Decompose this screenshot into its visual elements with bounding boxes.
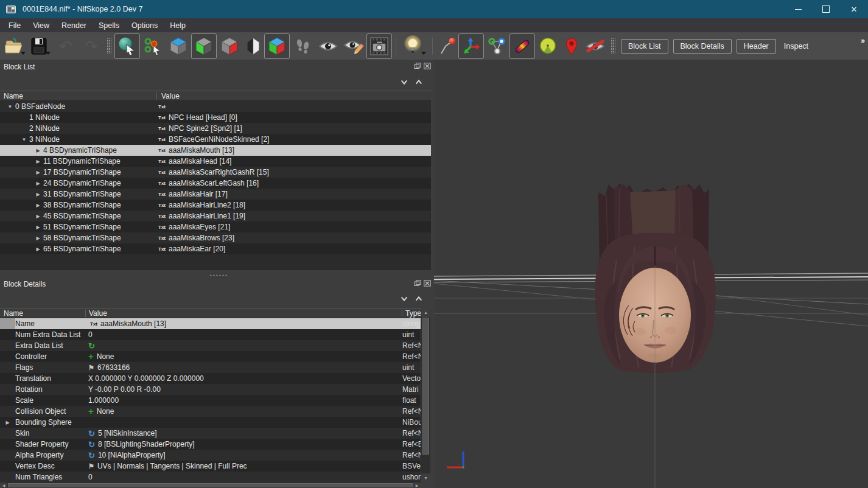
- expander-closed-icon[interactable]: ▶: [33, 214, 43, 219]
- column-header-value[interactable]: Value: [161, 92, 180, 100]
- menu-render[interactable]: Render: [55, 19, 93, 32]
- expander-closed-icon[interactable]: ▶: [0, 417, 15, 428]
- tree-row[interactable]: ▶51 BSDynamicTriShapeTxtaaaMiskaEyes [21…: [0, 221, 431, 232]
- tree-row[interactable]: ▶4 BSDynamicTriShapeTxtaaaMiskaMouth [13…: [0, 145, 431, 156]
- header-toggle-button[interactable]: Header: [737, 39, 776, 54]
- menu-help[interactable]: Help: [164, 19, 192, 32]
- show-axes-button[interactable]: [458, 33, 484, 59]
- expander-closed-icon[interactable]: ▶: [33, 148, 43, 153]
- details-row[interactable]: Alpha Property↻10 [NiAlphaProperty]Ref<N: [0, 450, 421, 461]
- details-vertical-scrollbar[interactable]: ▲ ▼: [421, 308, 430, 483]
- head-model[interactable]: [595, 183, 715, 373]
- details-row[interactable]: Flags⚑67633166uint: [0, 362, 421, 373]
- lighting-button[interactable]: [400, 33, 425, 59]
- view-top-button[interactable]: [166, 33, 191, 59]
- float-panel-icon[interactable]: [414, 280, 421, 287]
- tree-row[interactable]: ▶58 BSDynamicTriShapeTxtaaaMiskaBrows [2…: [0, 232, 431, 243]
- maximize-button[interactable]: [812, 0, 840, 18]
- tree-row[interactable]: ▶17 BSDynamicTriShapeTxtaaaMiskaScarRigh…: [0, 167, 431, 178]
- tree-row[interactable]: ▼3 NiNodeTxtBSFaceGenNiNodeSkinned [2]: [0, 134, 431, 145]
- redo-button[interactable]: ↷: [79, 33, 104, 59]
- details-row[interactable]: Num Extra Data List0uint: [0, 329, 421, 340]
- expander-open-icon[interactable]: ▼: [5, 104, 15, 110]
- scroll-thumb[interactable]: [8, 483, 413, 487]
- expand-all-icon[interactable]: [401, 295, 408, 302]
- view-side-button[interactable]: [217, 33, 242, 59]
- column-divider[interactable]: [156, 92, 157, 100]
- scroll-right-arrow[interactable]: ▶: [413, 483, 421, 488]
- screenshot-button[interactable]: [366, 33, 392, 59]
- expander-closed-icon[interactable]: ▶: [33, 192, 43, 197]
- details-row[interactable]: Scale1.000000float: [0, 395, 421, 406]
- scroll-thumb[interactable]: [422, 318, 429, 455]
- details-horizontal-scrollbar[interactable]: ◀ ▶: [0, 483, 421, 488]
- details-row[interactable]: Extra Data List↻Ref<N: [0, 340, 421, 351]
- minimize-button[interactable]: [784, 0, 812, 18]
- block-list-toggle-button[interactable]: Block List: [621, 39, 668, 54]
- panel-splitter[interactable]: [209, 274, 228, 277]
- expander-closed-icon[interactable]: ▶: [33, 181, 43, 186]
- details-row[interactable]: Vertex Desc⚑UVs | Normals | Tangents | S…: [0, 461, 421, 472]
- toolbar-overflow-button[interactable]: »: [861, 37, 864, 45]
- tree-row[interactable]: ▶24 BSDynamicTriShapeTxtaaaMiskaScarLeft…: [0, 178, 431, 189]
- details-row[interactable]: Controller+NoneRef<N: [0, 351, 421, 362]
- scroll-left-arrow[interactable]: ◀: [0, 483, 7, 488]
- column-divider[interactable]: [402, 310, 402, 317]
- scroll-up-arrow[interactable]: ▲: [421, 308, 430, 317]
- block-list-header[interactable]: Name Value: [0, 91, 431, 101]
- paint-select-button[interactable]: [140, 33, 166, 59]
- show-hidden-button[interactable]: [315, 33, 341, 59]
- close-button[interactable]: ✕: [840, 0, 868, 18]
- details-row[interactable]: Collision Object+NoneRef<N: [0, 406, 421, 417]
- menu-view[interactable]: View: [27, 19, 55, 32]
- details-row[interactable]: RotationY -0.00 P 0.00 R -0.00Matri: [0, 384, 421, 395]
- column-divider[interactable]: [85, 310, 86, 317]
- node-graph-button[interactable]: [484, 33, 509, 59]
- open-button[interactable]: [3, 33, 25, 59]
- tree-row[interactable]: ▼0 BSFadeNodeTxt: [0, 101, 431, 112]
- expander-closed-icon[interactable]: ▶: [33, 203, 43, 208]
- expander-closed-icon[interactable]: ▶: [33, 159, 43, 164]
- hide-properties-button[interactable]: [583, 33, 608, 59]
- tree-row[interactable]: 1 NiNodeTxtNPC Head [Head] [0]: [0, 112, 431, 123]
- undo-button[interactable]: ↶: [53, 33, 79, 59]
- tree-row[interactable]: 2 NiNodeTxtNPC Spine2 [Spn2] [1]: [0, 123, 431, 134]
- toolbar-handle[interactable]: [107, 38, 111, 54]
- close-panel-icon[interactable]: [424, 280, 431, 287]
- collapse-all-icon[interactable]: [415, 295, 422, 302]
- menu-spells[interactable]: Spells: [93, 19, 125, 32]
- expander-closed-icon[interactable]: ▶: [33, 246, 43, 252]
- expander-closed-icon[interactable]: ▶: [33, 235, 43, 241]
- column-header-value[interactable]: Value: [89, 309, 107, 318]
- collapse-all-icon[interactable]: [415, 78, 422, 85]
- inspect-toggle[interactable]: Inspect: [779, 40, 814, 53]
- show-markers-button[interactable]: [561, 33, 583, 59]
- details-row[interactable]: Num Triangles0ushor: [0, 472, 421, 483]
- walk-mode-button[interactable]: [290, 33, 315, 59]
- close-panel-icon[interactable]: [424, 63, 431, 69]
- expander-open-icon[interactable]: ▼: [19, 137, 29, 142]
- details-row[interactable]: Shader Property↻8 [BSLightingShaderPrope…: [0, 439, 421, 450]
- perspective-view-button[interactable]: [264, 33, 290, 59]
- tree-row[interactable]: ▶45 BSDynamicTriShapeTxtaaaMiskaHairLine…: [0, 211, 431, 221]
- vertex-pin-button[interactable]: [436, 33, 458, 59]
- details-row[interactable]: NameTxtaaaMiskaMouth [13]string: [0, 318, 421, 329]
- menu-options[interactable]: Options: [125, 19, 164, 32]
- flip-view-button[interactable]: [242, 33, 264, 59]
- vertex-select-button[interactable]: [114, 33, 140, 59]
- expander-closed-icon[interactable]: ▶: [33, 170, 43, 175]
- float-panel-icon[interactable]: [414, 63, 421, 69]
- details-row[interactable]: Skin↻5 [NiSkinInstance]Ref<N: [0, 428, 421, 439]
- block-details-header[interactable]: Name Value Type: [0, 308, 421, 318]
- expand-all-icon[interactable]: [401, 78, 408, 85]
- column-header-type[interactable]: Type: [405, 309, 421, 318]
- column-header-name[interactable]: Name: [4, 309, 23, 318]
- render-viewport[interactable]: [434, 60, 868, 488]
- column-header-name[interactable]: Name: [4, 92, 23, 100]
- toolbar-handle[interactable]: [611, 38, 615, 54]
- silhouette-button[interactable]: [535, 33, 561, 59]
- block-details-toggle-button[interactable]: Block Details: [673, 39, 732, 54]
- details-row[interactable]: ▶Bounding SphereNiBou: [0, 417, 421, 428]
- tree-row[interactable]: ▶65 BSDynamicTriShapeTxtaaaMiskaEar [20]: [0, 243, 431, 254]
- uv-heat-button[interactable]: [509, 33, 535, 59]
